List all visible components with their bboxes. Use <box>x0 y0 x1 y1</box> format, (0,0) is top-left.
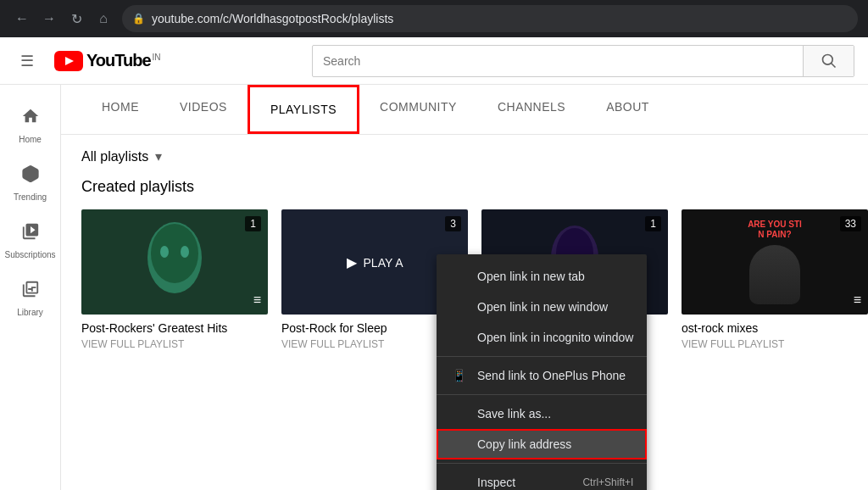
playlist-name-1: Post-Rockers' Greatest Hits <box>81 321 268 335</box>
play-overlay-2: ▶ PLAY A <box>347 254 403 270</box>
play-icon: ▶ <box>347 254 357 270</box>
sidebar-item-subscriptions[interactable]: Subscriptions <box>0 210 60 268</box>
svg-point-5 <box>151 224 198 283</box>
context-divider-1 <box>437 356 647 357</box>
context-save-link[interactable]: Save link as... <box>437 398 647 429</box>
play-text: PLAY A <box>364 255 403 269</box>
search-input[interactable] <box>313 47 803 75</box>
lock-icon: 🔒 <box>132 13 145 25</box>
subscriptions-icon <box>21 222 40 245</box>
count-badge-2: 3 <box>445 216 461 231</box>
address-bar[interactable]: 🔒 youtube.com/c/WorldhasgotpostRock/play… <box>122 5 858 32</box>
logo-country: IN <box>153 53 161 62</box>
sidebar-item-library[interactable]: Library <box>0 268 60 326</box>
pain-figure <box>749 245 800 304</box>
playlist-link-4[interactable]: VIEW FULL PLAYLIST <box>682 338 868 350</box>
context-copy-link[interactable]: Copy link address <box>437 429 647 459</box>
context-divider-3 <box>437 463 647 464</box>
url-text: youtube.com/c/WorldhasgotpostRock/playli… <box>152 12 393 25</box>
svg-point-2 <box>822 54 832 64</box>
tab-community[interactable]: COMMUNITY <box>359 85 477 134</box>
sidebar-home-label: Home <box>19 135 42 144</box>
filter-arrow-icon: ▾ <box>155 148 162 164</box>
svg-point-6 <box>160 246 169 258</box>
home-button[interactable]: ⌂ <box>92 7 115 31</box>
count-badge-3: 1 <box>645 216 661 231</box>
search-button[interactable] <box>803 46 854 76</box>
section-title: Created playlists <box>61 171 868 209</box>
search-container <box>312 45 854 77</box>
context-divider-2 <box>437 394 647 395</box>
filter-label: All playlists <box>81 149 148 164</box>
count-badge-1: 1 <box>245 216 261 231</box>
sidebar-trending-label: Trending <box>14 192 47 202</box>
tab-playlists[interactable]: PLAYLISTS <box>248 85 359 134</box>
sidebar: Home Trending Subscriptions Library <box>0 85 61 490</box>
playlist-filter: All playlists ▾ <box>61 135 868 171</box>
pain-text: ARE YOU STIN PAIN? <box>748 220 802 240</box>
context-open-incognito[interactable]: Open link in incognito window <box>437 322 647 353</box>
count-badge-4: 33 <box>840 216 861 231</box>
context-menu: Open link in new tab Open link in new wi… <box>437 254 647 490</box>
context-open-new-window[interactable]: Open link in new window <box>437 292 647 322</box>
yt-logo[interactable]: YouTube IN <box>54 51 161 71</box>
all-playlists-button[interactable]: All playlists ▾ <box>81 148 162 164</box>
playlist-name-4: ost-rock mixes <box>682 321 868 335</box>
context-send-to-phone[interactable]: 📱 Send link to OnePlus Phone <box>437 360 647 391</box>
playlist-link-1[interactable]: VIEW FULL PLAYLIST <box>81 338 268 350</box>
context-inspect[interactable]: Inspect Ctrl+Shift+I <box>437 467 647 490</box>
playlist-queue-icon-4: ≡ <box>854 292 861 308</box>
yt-main: Home Trending Subscriptions Library HOME… <box>0 85 868 490</box>
context-open-new-tab[interactable]: Open link in new tab <box>437 261 647 292</box>
tab-about[interactable]: ABOUT <box>586 85 670 134</box>
sidebar-subscriptions-label: Subscriptions <box>4 250 55 259</box>
playlist-card-4[interactable]: ARE YOU STIN PAIN? 33 ≡ ost-rock mixes V… <box>682 209 868 350</box>
tab-videos[interactable]: VIDEOS <box>159 85 248 134</box>
tab-channels[interactable]: CHANNELS <box>477 85 586 134</box>
library-icon <box>21 280 40 303</box>
back-button[interactable]: ← <box>10 7 34 31</box>
youtube-logo-icon <box>54 51 83 71</box>
face-thumbnail-1 <box>141 220 209 304</box>
forward-button[interactable]: → <box>37 7 61 31</box>
yt-header: ☰ YouTube IN <box>0 37 868 85</box>
sidebar-item-trending[interactable]: Trending <box>0 153 60 210</box>
sidebar-library-label: Library <box>17 308 43 317</box>
logo-text: YouTube <box>86 51 151 70</box>
svg-line-3 <box>831 63 835 67</box>
hamburger-button[interactable]: ☰ <box>14 45 41 77</box>
reload-button[interactable]: ↻ <box>64 7 88 31</box>
browser-chrome: ← → ↻ ⌂ 🔒 youtube.com/c/WorldhasgotpostR… <box>0 0 868 37</box>
playlist-thumb-1: 1 ≡ <box>81 209 268 315</box>
trending-icon <box>21 164 40 187</box>
svg-point-7 <box>181 246 189 258</box>
tab-home[interactable]: HOME <box>81 85 159 134</box>
playlist-queue-icon-1: ≡ <box>253 292 261 308</box>
phone-icon: 📱 <box>450 369 467 382</box>
playlist-card-1[interactable]: 1 ≡ Post-Rockers' Greatest Hits VIEW FUL… <box>81 209 268 350</box>
channel-nav: HOME VIDEOS PLAYLISTS COMMUNITY CHANNELS… <box>61 85 868 135</box>
playlist-thumb-4: ARE YOU STIN PAIN? 33 ≡ <box>682 209 868 315</box>
sidebar-item-home[interactable]: Home <box>0 95 60 153</box>
home-icon <box>21 107 40 130</box>
